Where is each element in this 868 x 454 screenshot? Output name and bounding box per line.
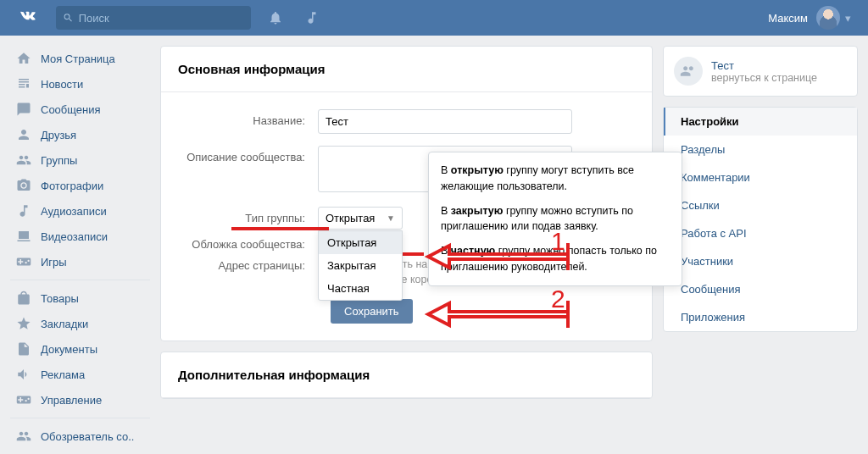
group-info-box[interactable]: Тест вернуться к странице xyxy=(663,46,858,97)
sidebar-item-a-3[interactable]: Друзья xyxy=(10,122,150,147)
sidebar-item-label: Управление xyxy=(41,394,102,407)
sidebar-item-b-2[interactable]: Документы xyxy=(10,336,150,362)
right-menu-item-1[interactable]: Разделы xyxy=(664,136,857,163)
type-option-closed[interactable]: Закрытая xyxy=(319,254,402,277)
users-icon xyxy=(15,152,32,169)
sidebar-item-label: Закладки xyxy=(41,318,88,330)
search-box[interactable] xyxy=(56,6,251,30)
sidebar-item-label: Обозреватель со.. xyxy=(41,430,134,443)
right-menu-item-4[interactable]: Работа с API xyxy=(664,219,857,247)
user-avatar xyxy=(816,6,840,30)
music-icon[interactable] xyxy=(304,10,320,25)
game-icon xyxy=(15,253,32,270)
chevron-down-icon: ▾ xyxy=(845,12,851,25)
sidebar-item-b-4[interactable]: Управление xyxy=(10,387,150,412)
camera-icon xyxy=(15,177,32,194)
card-title-2: Дополнительная информация xyxy=(161,352,652,398)
right-menu-item-3[interactable]: Ссылки xyxy=(664,191,857,219)
type-option-private[interactable]: Частная xyxy=(319,277,402,300)
sidebar-item-label: Новости xyxy=(41,78,83,91)
additional-info-card: Дополнительная информация xyxy=(160,352,653,399)
name-input[interactable] xyxy=(318,109,572,134)
type-tooltip: В открытую группу могут вступить все жел… xyxy=(428,152,682,286)
right-menu-item-7[interactable]: Приложения xyxy=(664,303,857,331)
bell-icon[interactable] xyxy=(268,10,283,25)
chat-icon xyxy=(15,101,32,118)
header-icons xyxy=(268,10,320,25)
main-info-card: Основная информация Название: Описание с… xyxy=(160,46,653,341)
name-label: Название: xyxy=(178,109,318,127)
type-selected-value: Открытая xyxy=(326,212,375,224)
sidebar-item-a-1[interactable]: Новости xyxy=(10,71,150,97)
type-select[interactable]: Открытая ▼ xyxy=(318,207,403,230)
sidebar-item-a-0[interactable]: Моя Страница xyxy=(10,46,150,71)
sidebar-item-c-1[interactable]: Глазунов Максим.. xyxy=(10,449,150,454)
sidebar-item-a-8[interactable]: Игры xyxy=(10,249,150,274)
game-icon xyxy=(15,391,32,408)
sidebar-item-c-0[interactable]: Обозреватель со.. xyxy=(10,424,150,449)
cover-label: Обложка сообщества: xyxy=(178,233,318,251)
sidebar-item-b-3[interactable]: Реклама xyxy=(10,362,150,387)
search-icon xyxy=(63,12,74,24)
sidebar-item-a-2[interactable]: Сообщения xyxy=(10,97,150,122)
save-button[interactable]: Сохранить xyxy=(331,299,413,324)
address-label: Адрес страницы: xyxy=(178,254,318,272)
right-menu-item-5[interactable]: Участники xyxy=(664,247,857,275)
doc-icon xyxy=(15,340,32,357)
sidebar-item-label: Друзья xyxy=(41,129,76,141)
sidebar-item-label: Фотографии xyxy=(41,180,103,192)
sidebar-item-label: Моя Страница xyxy=(41,53,115,65)
type-dropdown: Открытая Закрытая Частная xyxy=(318,230,403,301)
vk-logo[interactable] xyxy=(17,5,39,31)
sidebar-item-a-4[interactable]: Группы xyxy=(10,147,150,173)
sidebar-item-label: Реклама xyxy=(41,368,85,381)
right-menu-item-2[interactable]: Комментарии xyxy=(664,163,857,191)
right-menu-item-0[interactable]: Настройки xyxy=(664,108,857,136)
user-icon xyxy=(15,126,32,143)
sidebar-item-b-0[interactable]: Товары xyxy=(10,285,150,311)
right-menu-item-6[interactable]: Сообщения xyxy=(664,275,857,303)
news-icon xyxy=(15,75,32,92)
search-input[interactable] xyxy=(79,12,244,25)
video-icon xyxy=(15,228,32,245)
sidebar-item-b-1[interactable]: Закладки xyxy=(10,311,150,336)
sidebar-item-a-5[interactable]: Фотографии xyxy=(10,173,150,198)
sidebar-item-label: Игры xyxy=(41,256,67,269)
group-avatar-icon xyxy=(674,57,703,86)
users-icon xyxy=(15,428,32,445)
sidebar-item-label: Видеозаписи xyxy=(41,230,108,243)
description-label: Описание сообщества: xyxy=(178,146,318,163)
group-name: Тест xyxy=(711,59,817,72)
star-icon xyxy=(15,315,32,332)
username: Максим xyxy=(768,12,808,25)
svg-text:2: 2 xyxy=(551,291,565,313)
sidebar-item-label: Аудиозаписи xyxy=(41,205,107,218)
sidebar-item-a-6[interactable]: Аудиозаписи xyxy=(10,198,150,224)
annotation-arrow-2: 2 xyxy=(424,291,576,333)
home-icon xyxy=(15,50,32,67)
ad-icon xyxy=(15,366,32,383)
shop-icon xyxy=(15,290,32,307)
left-sidebar: Моя СтраницаНовостиСообщенияДрузьяГруппы… xyxy=(10,46,150,454)
sidebar-item-a-7[interactable]: Видеозаписи xyxy=(10,224,150,249)
sidebar-item-label: Группы xyxy=(41,154,77,167)
sidebar-item-label: Сообщения xyxy=(41,103,101,116)
header-user-menu[interactable]: Максим ▾ xyxy=(768,6,851,30)
group-back-link[interactable]: вернуться к странице xyxy=(711,72,817,84)
right-menu: НастройкиРазделыКомментарииСсылкиРабота … xyxy=(663,107,858,332)
chevron-down-icon: ▼ xyxy=(387,213,395,223)
sidebar-item-label: Товары xyxy=(41,292,79,305)
type-option-open[interactable]: Открытая xyxy=(319,231,402,254)
type-label: Тип группы: xyxy=(178,207,318,224)
annotation-underline-1 xyxy=(231,227,329,230)
top-header: Максим ▾ xyxy=(0,0,868,36)
card-title: Основная информация xyxy=(161,47,652,92)
music-icon xyxy=(15,202,32,219)
sidebar-item-label: Документы xyxy=(41,343,97,356)
